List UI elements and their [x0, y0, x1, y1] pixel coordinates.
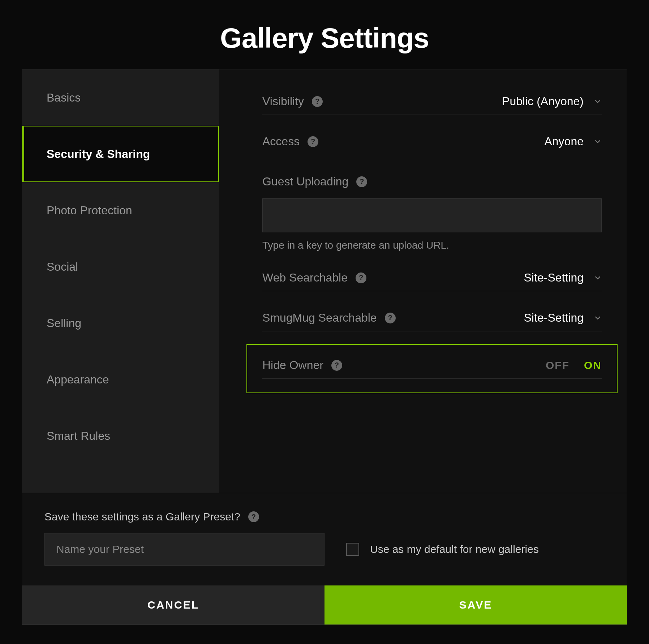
access-label: Access	[262, 135, 300, 148]
visibility-dropdown[interactable]: Public (Anyone)	[502, 95, 602, 108]
visibility-label: Visibility	[262, 95, 304, 108]
sidebar-item-appearance[interactable]: Appearance	[22, 351, 219, 408]
sidebar-item-label: Smart Rules	[47, 429, 110, 443]
hide-owner-label: Hide Owner	[262, 359, 323, 372]
sidebar-item-selling[interactable]: Selling	[22, 295, 219, 351]
sidebar-item-label: Appearance	[47, 373, 109, 386]
default-gallery-checkbox[interactable]: Use as my default for new galleries	[346, 543, 539, 556]
web-searchable-dropdown[interactable]: Site-Setting	[524, 271, 602, 284]
chevron-down-icon	[594, 274, 602, 282]
smugmug-searchable-dropdown[interactable]: Site-Setting	[524, 311, 602, 325]
sidebar-item-label: Basics	[47, 91, 81, 104]
setting-row-guest-uploading: Guest Uploading ? Type in a key to gener…	[262, 175, 602, 251]
help-icon[interactable]: ?	[356, 272, 366, 283]
setting-row-visibility: Visibility ? Public (Anyone)	[262, 95, 602, 115]
smugmug-searchable-label: SmugMug Searchable	[262, 311, 377, 325]
sidebar-item-photo-protection[interactable]: Photo Protection	[22, 182, 219, 239]
hide-owner-toggle[interactable]: OFF ON	[546, 359, 602, 372]
visibility-value: Public (Anyone)	[502, 95, 584, 108]
smugmug-searchable-value: Site-Setting	[524, 311, 584, 325]
guest-uploading-input[interactable]	[262, 198, 602, 232]
setting-row-web-searchable: Web Searchable ? Site-Setting	[262, 271, 602, 291]
preset-name-input[interactable]	[44, 533, 324, 566]
page-title: Gallery Settings	[220, 22, 429, 55]
setting-row-hide-owner: Hide Owner ? OFF ON	[262, 359, 602, 379]
sidebar-item-label: Security & Sharing	[47, 147, 150, 161]
settings-content: Visibility ? Public (Anyone) Access ?	[219, 69, 627, 493]
help-icon[interactable]: ?	[385, 313, 396, 323]
sidebar-item-social[interactable]: Social	[22, 239, 219, 295]
help-icon[interactable]: ?	[331, 360, 342, 371]
save-button[interactable]: SAVE	[324, 585, 627, 624]
chevron-down-icon	[594, 314, 602, 322]
help-icon[interactable]: ?	[308, 136, 318, 147]
sidebar-item-smart-rules[interactable]: Smart Rules	[22, 408, 219, 464]
setting-row-hide-owner-highlight: Hide Owner ? OFF ON	[246, 344, 618, 393]
toggle-on[interactable]: ON	[584, 359, 602, 372]
cancel-button[interactable]: CANCEL	[22, 585, 324, 624]
help-icon[interactable]: ?	[312, 96, 323, 107]
guest-uploading-hint: Type in a key to generate an upload URL.	[262, 240, 602, 251]
checkbox-icon	[346, 543, 359, 556]
help-icon[interactable]: ?	[248, 511, 259, 522]
chevron-down-icon	[594, 138, 602, 146]
help-icon[interactable]: ?	[356, 176, 367, 187]
setting-row-smugmug-searchable: SmugMug Searchable ? Site-Setting	[262, 311, 602, 331]
sidebar-item-label: Photo Protection	[47, 204, 132, 217]
chevron-down-icon	[594, 98, 602, 106]
sidebar: Basics Security & Sharing Photo Protecti…	[22, 69, 219, 493]
access-dropdown[interactable]: Anyone	[544, 135, 602, 148]
preset-section: Save these settings as a Gallery Preset?…	[22, 493, 627, 585]
web-searchable-value: Site-Setting	[524, 271, 584, 284]
default-gallery-label: Use as my default for new galleries	[370, 543, 539, 555]
sidebar-item-label: Selling	[47, 317, 81, 330]
access-value: Anyone	[544, 135, 584, 148]
settings-panel: Basics Security & Sharing Photo Protecti…	[22, 69, 627, 625]
action-bar: CANCEL SAVE	[22, 585, 627, 624]
setting-row-access: Access ? Anyone	[262, 135, 602, 155]
sidebar-item-basics[interactable]: Basics	[22, 69, 219, 126]
web-searchable-label: Web Searchable	[262, 271, 348, 284]
preset-prompt: Save these settings as a Gallery Preset?	[44, 511, 240, 523]
sidebar-item-label: Social	[47, 260, 78, 274]
guest-uploading-label: Guest Uploading	[262, 175, 348, 188]
toggle-off[interactable]: OFF	[546, 359, 570, 372]
sidebar-item-security-sharing[interactable]: Security & Sharing	[22, 126, 219, 182]
